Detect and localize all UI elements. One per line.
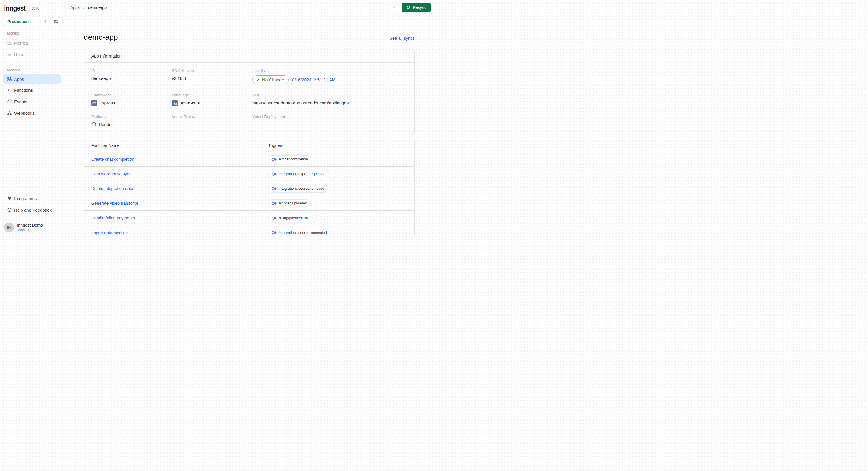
avatar: IN bbox=[4, 223, 14, 232]
field-value: Render bbox=[99, 122, 113, 127]
trigger-label: billing/payment.failed bbox=[279, 216, 313, 220]
content: demo-app See all syncs App Information I… bbox=[64, 15, 434, 236]
sidebar-item-label: Integrations bbox=[14, 196, 36, 201]
field-value: https://inngest-demo-app.onrender.com/ap… bbox=[252, 100, 407, 106]
environment-value: Production bbox=[7, 19, 29, 24]
events-frames-icon bbox=[7, 99, 12, 104]
javascript-logo-badge: JS bbox=[172, 100, 178, 106]
function-name-link[interactable]: Delete integration data bbox=[91, 186, 133, 191]
field-platform: Platform Render bbox=[91, 114, 172, 127]
command-k-shortcut-badge[interactable]: ⌘ K bbox=[29, 5, 41, 12]
environment-settings-button[interactable] bbox=[52, 17, 60, 26]
sidebar-item-label: Metrics bbox=[14, 40, 28, 45]
trigger-badge[interactable]: integrations/export.requested bbox=[268, 170, 330, 178]
trigger-label: integrations/export.requested bbox=[279, 172, 326, 176]
field-id: ID demo-app bbox=[91, 68, 172, 84]
section-label-monitor: Monitor bbox=[3, 30, 61, 37]
user-menu[interactable]: IN Inngest Demo John Doe bbox=[0, 219, 64, 236]
status-badge-label: No Change bbox=[262, 77, 284, 82]
user-name: John Doe bbox=[17, 228, 43, 232]
app-information-grid: ID demo-app SDK Version v3.16.0 Last Syn… bbox=[84, 63, 414, 134]
column-header-function-name: Function Name bbox=[91, 143, 268, 148]
field-label: URL bbox=[252, 93, 407, 97]
field-value: - bbox=[172, 121, 252, 127]
event-trigger-icon bbox=[271, 187, 277, 191]
refresh-icon bbox=[406, 5, 410, 9]
sidebar-item-functions[interactable]: Functions bbox=[3, 84, 61, 96]
column-header-triggers: Triggers bbox=[268, 143, 407, 148]
table-row: Handle failed payments billing/payment.f… bbox=[84, 211, 414, 226]
see-all-syncs-link[interactable]: See all syncs bbox=[390, 36, 415, 40]
user-names: Inngest Demo John Doe bbox=[17, 223, 43, 232]
no-change-status-badge: No Change bbox=[252, 75, 289, 84]
field-label: Platform bbox=[91, 114, 172, 119]
sidebar-item-metrics[interactable]: Metrics bbox=[3, 37, 61, 48]
functions-table-body: Create chat completion ai/chat.completio… bbox=[84, 152, 414, 236]
last-sync-date-link[interactable]: 8/16/2024, 2:51:31 AM bbox=[292, 77, 336, 82]
trigger-label: ai/chat.completion bbox=[279, 157, 308, 161]
sidebar-item-help[interactable]: Help and Feedback bbox=[3, 204, 61, 216]
sidebar-nav: Monitor Metrics Runs Manage bbox=[0, 26, 64, 119]
field-label: Vercel Deployment bbox=[252, 114, 407, 119]
field-value: - bbox=[252, 121, 407, 127]
field-url: URL https://inngest-demo-app.onrender.co… bbox=[252, 93, 407, 106]
sidebar-item-label: Runs bbox=[14, 52, 24, 57]
breadcrumb-current: demo-app bbox=[88, 5, 107, 10]
topbar-actions: ⋮ Resync bbox=[389, 3, 431, 12]
functions-icon bbox=[7, 88, 12, 92]
sidebar-item-webhooks[interactable]: Webhooks bbox=[3, 107, 61, 119]
sidebar: inngest ⌘ K Production Monitor bbox=[0, 0, 64, 236]
main-area: Apps › demo-app ⋮ Resync demo-app bbox=[64, 0, 434, 236]
kebab-icon: ⋮ bbox=[392, 5, 396, 9]
function-name-link[interactable]: Create chat completion bbox=[91, 157, 134, 162]
trigger-badge[interactable]: ai/video.uploaded bbox=[268, 199, 311, 207]
field-vercel-project: Vercel Project - bbox=[172, 114, 252, 127]
sliders-icon bbox=[54, 19, 58, 24]
line-chart-icon bbox=[7, 40, 12, 45]
resync-label: Resync bbox=[413, 5, 426, 10]
section-label-manage: Manage bbox=[3, 67, 61, 74]
event-trigger-icon bbox=[271, 158, 277, 161]
question-circle-icon bbox=[7, 208, 12, 212]
field-value: JavaScript bbox=[180, 100, 200, 105]
table-row: Data warehouse sync integrations/export.… bbox=[84, 167, 414, 181]
sidebar-item-apps[interactable]: Apps bbox=[3, 74, 61, 84]
function-name-link[interactable]: Generate video transcript bbox=[91, 201, 138, 206]
field-label: Language bbox=[172, 93, 252, 97]
logo-row: inngest ⌘ K bbox=[0, 0, 64, 13]
plug-icon bbox=[7, 196, 12, 201]
sidebar-item-events[interactable]: Events bbox=[3, 96, 61, 107]
webhook-icon bbox=[7, 111, 12, 115]
sidebar-item-integrations[interactable]: Integrations bbox=[3, 193, 61, 204]
chevron-right-icon: › bbox=[83, 5, 85, 10]
apps-shapes-icon bbox=[7, 77, 12, 81]
functions-table-header: Function Name Triggers bbox=[84, 139, 414, 152]
table-row: Create chat completion ai/chat.completio… bbox=[84, 152, 414, 167]
trigger-label: integrations/source.connected bbox=[279, 231, 327, 235]
resync-button[interactable]: Resync bbox=[402, 3, 431, 12]
trigger-label: ai/video.uploaded bbox=[279, 201, 307, 205]
function-name-link[interactable]: Handle failed payments bbox=[91, 216, 135, 220]
trigger-badge[interactable]: ai/chat.completion bbox=[268, 155, 312, 163]
breadcrumb: Apps › demo-app bbox=[70, 5, 107, 10]
sidebar-footer: Integrations Help and Feedback bbox=[0, 193, 64, 219]
event-trigger-icon bbox=[271, 172, 277, 176]
sidebar-item-label: Webhooks bbox=[14, 111, 34, 115]
sidebar-item-label: Help and Feedback bbox=[14, 208, 52, 212]
environment-select[interactable]: Production bbox=[4, 17, 50, 26]
more-options-button[interactable]: ⋮ bbox=[389, 3, 399, 12]
app-information-title: App Information bbox=[84, 49, 414, 63]
event-trigger-icon bbox=[271, 231, 277, 235]
checkmark-icon bbox=[256, 78, 260, 82]
app-information-card: App Information ID demo-app SDK Version … bbox=[84, 49, 415, 134]
trigger-badge[interactable]: integrations/source.connected bbox=[268, 229, 331, 236]
field-value: Express bbox=[99, 100, 115, 105]
functions-table: Function Name Triggers Create chat compl… bbox=[84, 139, 415, 236]
trigger-badge[interactable]: integrations/source.removed bbox=[268, 184, 329, 193]
function-name-link[interactable]: Data warehouse sync bbox=[91, 172, 131, 176]
function-name-link[interactable]: Import data pipeline bbox=[91, 231, 128, 235]
field-language: Language JS JavaScript bbox=[172, 93, 252, 106]
sidebar-item-runs[interactable]: Runs bbox=[3, 48, 61, 60]
breadcrumb-apps[interactable]: Apps bbox=[70, 5, 80, 10]
trigger-badge[interactable]: billing/payment.failed bbox=[268, 214, 317, 222]
